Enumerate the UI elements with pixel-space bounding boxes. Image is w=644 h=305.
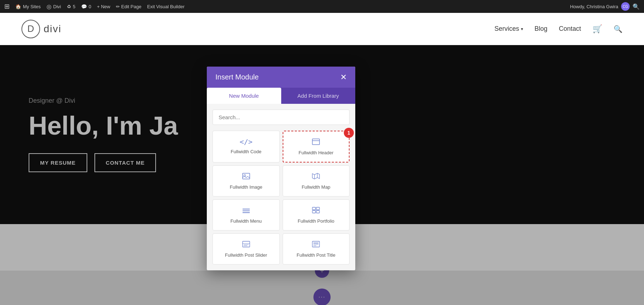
main-content: Designer @ Divi Hello, I'm Ja MY RESUME … (0, 45, 644, 305)
site-nav: Services ▾ Blog Contact 🛒 🔍 (494, 24, 623, 34)
code-icon: </> (240, 137, 253, 146)
nav-item-blog[interactable]: Blog (535, 25, 547, 33)
module-header-label: Fullwidth Header (298, 150, 333, 155)
module-grid: </> Fullwidth Code Fullwidth Header (213, 131, 350, 265)
post-slider-icon (242, 240, 250, 250)
module-post-slider-label: Fullwidth Post Slider (225, 252, 267, 258)
tab-add-from-library[interactable]: Add From Library (281, 88, 356, 104)
admin-bar-right: Howdy, Christina Gwira CG 🔍 (570, 2, 640, 11)
my-sites-label: My Sites (23, 4, 41, 9)
module-map-label: Fullwidth Map (302, 184, 330, 190)
updates-count: 5 (73, 4, 75, 9)
module-fullwidth-code[interactable]: </> Fullwidth Code (213, 131, 280, 163)
module-badge: 1 (344, 128, 354, 138)
module-fullwidth-post-title[interactable]: Fullwidth Post Title (283, 233, 350, 265)
module-fullwidth-image[interactable]: Fullwidth Image (213, 165, 280, 197)
exit-vb-label: Exit Visual Builder (147, 4, 185, 9)
module-portfolio-label: Fullwidth Portfolio (298, 218, 335, 224)
post-title-icon (312, 240, 320, 250)
divi-button[interactable]: ◎ Divi (47, 3, 61, 10)
logo-circle: D (21, 20, 40, 38)
module-menu-label: Fullwidth Menu (230, 218, 262, 224)
wp-icon: ⊞ (4, 3, 10, 10)
search-icon[interactable]: 🔍 (614, 25, 623, 33)
updates-button[interactable]: ♻ 5 (67, 4, 75, 9)
admin-bar: ⊞ 🏠 My Sites ◎ Divi ♻ 5 💬 0 + New ✏ Edit… (0, 0, 644, 13)
nav-item-contact[interactable]: Contact (559, 25, 581, 33)
module-post-title-label: Fullwidth Post Title (297, 252, 335, 258)
svg-rect-2 (243, 173, 250, 179)
chevron-down-icon: ▾ (521, 26, 523, 32)
svg-rect-13 (243, 241, 250, 247)
module-code-label: Fullwidth Code (231, 149, 262, 154)
svg-point-3 (244, 175, 245, 176)
module-fullwidth-header[interactable]: Fullwidth Header (283, 131, 350, 163)
modal-tabs: New Module Add From Library (207, 88, 355, 104)
modal-header: Insert Module ✕ (207, 67, 355, 88)
fullwidth-header-wrapper: Fullwidth Header 1 (283, 131, 350, 163)
module-fullwidth-menu[interactable]: Fullwidth Menu (213, 199, 280, 231)
logo-name: divi (44, 23, 62, 35)
comments-count: 0 (89, 4, 91, 9)
divi-icon: ◎ (47, 3, 52, 10)
module-fullwidth-post-slider[interactable]: Fullwidth Post Slider (213, 233, 280, 265)
insert-module-modal: Insert Module ✕ New Module Add From Libr… (207, 67, 355, 270)
modal-body: </> Fullwidth Code Fullwidth Header (207, 104, 355, 270)
updates-icon: ♻ (67, 4, 71, 9)
howdy-label: Howdy, Christina Gwira (570, 4, 618, 9)
module-fullwidth-portfolio[interactable]: Fullwidth Portfolio (283, 199, 350, 231)
my-sites-icon: 🏠 (15, 4, 21, 9)
my-sites-button[interactable]: 🏠 My Sites (15, 4, 41, 9)
module-search-input[interactable] (213, 110, 350, 125)
new-content-button[interactable]: + New (97, 4, 110, 9)
tab-new-module[interactable]: New Module (207, 88, 281, 104)
edit-page-label: ✏ Edit Page (116, 4, 141, 9)
module-image-label: Fullwidth Image (230, 184, 262, 190)
site-header: D divi Services ▾ Blog Contact 🛒 🔍 (0, 13, 644, 45)
map-icon (312, 172, 320, 181)
header-icon (312, 138, 320, 147)
svg-rect-12 (316, 210, 319, 213)
comments-icon: 💬 (81, 4, 87, 9)
svg-rect-17 (312, 241, 319, 247)
exit-visual-builder-button[interactable]: Exit Visual Builder (147, 4, 185, 9)
menu-icon (242, 206, 250, 216)
search-icon-admin[interactable]: 🔍 (633, 3, 640, 10)
portfolio-icon (312, 206, 320, 216)
nav-item-services[interactable]: Services ▾ (494, 25, 523, 33)
image-icon (242, 172, 250, 181)
cart-icon[interactable]: 🛒 (592, 24, 602, 34)
svg-rect-10 (316, 207, 319, 210)
nav-contact-label: Contact (559, 25, 581, 33)
divi-label: Divi (53, 4, 61, 9)
modal-title: Insert Module (215, 73, 259, 81)
nav-services-label: Services (494, 25, 519, 33)
logo-letter: D (28, 23, 34, 34)
svg-rect-9 (312, 207, 316, 210)
new-label: + New (97, 4, 110, 9)
comments-button[interactable]: 💬 0 (81, 4, 91, 9)
svg-rect-11 (312, 210, 316, 213)
modal-close-button[interactable]: ✕ (340, 73, 347, 81)
wp-logo-button[interactable]: ⊞ (4, 3, 10, 10)
svg-rect-0 (312, 139, 319, 145)
module-fullwidth-map[interactable]: Fullwidth Map (283, 165, 350, 197)
site-logo[interactable]: D divi (21, 20, 62, 38)
avatar[interactable]: CG (621, 2, 630, 11)
edit-page-button[interactable]: ✏ Edit Page (116, 4, 141, 9)
nav-blog-label: Blog (535, 25, 547, 33)
